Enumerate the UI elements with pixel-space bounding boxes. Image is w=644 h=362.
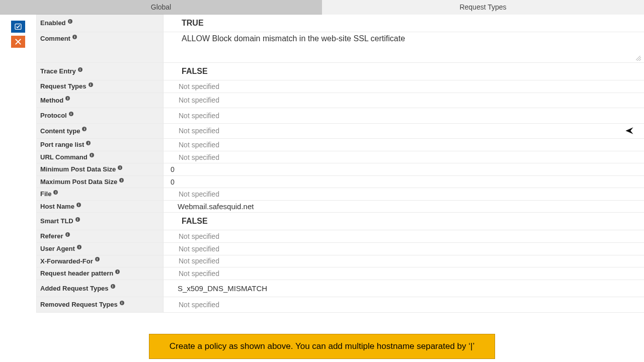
value-trace-entry[interactable]: FALSE bbox=[164, 63, 644, 80]
instruction-banner: Create a policy as shown above. You can … bbox=[149, 334, 495, 359]
label-host-name: Host Namei bbox=[37, 201, 164, 213]
label-referer: Refereri bbox=[37, 230, 164, 242]
row-x-forwarded: X-Forwarded-Fori Not specified bbox=[37, 255, 644, 268]
label-min-post: Minimum Post Data Sizei bbox=[37, 163, 164, 175]
info-icon[interactable]: i bbox=[90, 153, 94, 157]
value-x-forwarded[interactable]: Not specified bbox=[164, 255, 644, 267]
form-panel: Enabledi TRUE Commenti ALLOW Block domai… bbox=[36, 15, 644, 313]
row-host-name: Host Namei Webmail.safesquid.net bbox=[37, 201, 644, 213]
row-content-type: Content typei Not specified bbox=[37, 124, 644, 139]
value-min-post[interactable]: 0 bbox=[164, 163, 644, 175]
side-actions bbox=[0, 15, 36, 313]
resize-handle-icon[interactable] bbox=[636, 56, 641, 61]
value-enabled[interactable]: TRUE bbox=[164, 15, 644, 32]
info-icon[interactable]: i bbox=[65, 232, 70, 237]
info-icon[interactable]: i bbox=[89, 82, 93, 87]
label-smart-tld: Smart TLDi bbox=[37, 213, 164, 230]
row-protocol: Protocoli Not specified bbox=[37, 108, 644, 124]
cancel-button[interactable] bbox=[11, 36, 25, 48]
row-max-post: Maximum Post Data Sizei 0 bbox=[37, 176, 644, 189]
value-port-range[interactable]: Not specified bbox=[164, 139, 644, 151]
row-min-post: Minimum Post Data Sizei 0 bbox=[37, 163, 644, 176]
label-req-header: Request header patterni bbox=[37, 267, 164, 280]
info-icon[interactable]: i bbox=[69, 112, 73, 116]
value-max-post[interactable]: 0 bbox=[164, 176, 644, 188]
row-url-command: URL Commandi Not specified bbox=[37, 151, 644, 164]
info-icon[interactable]: i bbox=[77, 245, 82, 249]
info-icon[interactable]: i bbox=[119, 178, 124, 183]
info-icon[interactable]: i bbox=[111, 284, 115, 289]
label-request-types: Request Typesi bbox=[37, 80, 164, 93]
value-content-type[interactable]: Not specified bbox=[164, 124, 644, 139]
row-user-agent: User Agenti Not specified bbox=[37, 243, 644, 255]
label-protocol: Protocoli bbox=[37, 108, 164, 123]
row-comment: Commenti ALLOW Block domain mismatch in … bbox=[37, 32, 644, 63]
label-port-range: Port range listi bbox=[37, 139, 164, 151]
value-method[interactable]: Not specified bbox=[164, 93, 644, 108]
info-icon[interactable]: i bbox=[115, 269, 120, 274]
row-enabled: Enabledi TRUE bbox=[37, 15, 644, 32]
value-req-header[interactable]: Not specified bbox=[164, 267, 644, 280]
info-icon[interactable]: i bbox=[86, 141, 91, 145]
info-icon[interactable]: i bbox=[95, 257, 100, 261]
value-smart-tld[interactable]: FALSE bbox=[164, 213, 644, 230]
value-protocol[interactable]: Not specified bbox=[164, 108, 644, 123]
info-icon[interactable]: i bbox=[53, 190, 58, 195]
tab-request-types[interactable]: Request Types bbox=[322, 0, 644, 15]
value-file[interactable]: Not specified bbox=[164, 188, 644, 200]
row-file: Filei Not specified bbox=[37, 188, 644, 201]
info-icon[interactable]: i bbox=[65, 96, 70, 101]
label-max-post: Maximum Post Data Sizei bbox=[37, 176, 164, 188]
info-icon[interactable]: i bbox=[76, 203, 81, 207]
close-icon bbox=[14, 38, 22, 46]
label-x-forwarded: X-Forwarded-Fori bbox=[37, 255, 164, 267]
info-icon[interactable]: i bbox=[75, 217, 80, 222]
value-url-command[interactable]: Not specified bbox=[164, 151, 644, 163]
label-removed-req: Removed Request Typesi bbox=[37, 297, 164, 312]
value-host-name[interactable]: Webmail.safesquid.net bbox=[164, 201, 644, 213]
info-icon[interactable]: i bbox=[72, 35, 77, 39]
label-content-type: Content typei bbox=[37, 124, 164, 139]
value-comment[interactable]: ALLOW Block domain mismatch in the web-s… bbox=[164, 32, 644, 62]
row-port-range: Port range listi Not specified bbox=[37, 139, 644, 151]
row-req-header: Request header patterni Not specified bbox=[37, 267, 644, 280]
row-smart-tld: Smart TLDi FALSE bbox=[37, 213, 644, 230]
tab-global[interactable]: Global bbox=[0, 0, 322, 15]
value-removed-req[interactable]: Not specified bbox=[164, 297, 644, 312]
value-referer[interactable]: Not specified bbox=[164, 230, 644, 242]
row-trace-entry: Trace Entryi FALSE bbox=[37, 63, 644, 80]
label-method: Methodi bbox=[37, 93, 164, 108]
value-added-req[interactable]: S_x509_DNS_MISMATCH bbox=[164, 280, 644, 297]
info-icon[interactable]: i bbox=[78, 67, 83, 72]
label-enabled: Enabledi bbox=[37, 15, 164, 32]
row-added-req: Added Request Typesi S_x509_DNS_MISMATCH bbox=[37, 280, 644, 298]
info-icon[interactable]: i bbox=[68, 19, 72, 24]
info-icon[interactable]: i bbox=[118, 165, 122, 170]
instruction-banner-wrap: Create a policy as shown above. You can … bbox=[0, 334, 644, 359]
value-request-types[interactable]: Not specified bbox=[164, 80, 644, 93]
label-trace-entry: Trace Entryi bbox=[37, 63, 164, 80]
row-referer: Refereri Not specified bbox=[37, 230, 644, 243]
row-request-types: Request Typesi Not specified bbox=[37, 80, 644, 93]
info-icon[interactable]: i bbox=[82, 127, 87, 131]
value-user-agent[interactable]: Not specified bbox=[164, 243, 644, 255]
label-comment: Commenti bbox=[37, 32, 164, 62]
row-removed-req: Removed Request Typesi Not specified bbox=[37, 297, 644, 313]
label-file: Filei bbox=[37, 188, 164, 200]
check-icon bbox=[14, 23, 23, 31]
label-added-req: Added Request Typesi bbox=[37, 280, 164, 297]
row-method: Methodi Not specified bbox=[37, 93, 644, 109]
label-user-agent: User Agenti bbox=[37, 243, 164, 255]
send-icon[interactable] bbox=[625, 126, 634, 135]
info-icon[interactable]: i bbox=[120, 301, 124, 305]
save-button[interactable] bbox=[11, 21, 25, 33]
label-url-command: URL Commandi bbox=[37, 151, 164, 163]
